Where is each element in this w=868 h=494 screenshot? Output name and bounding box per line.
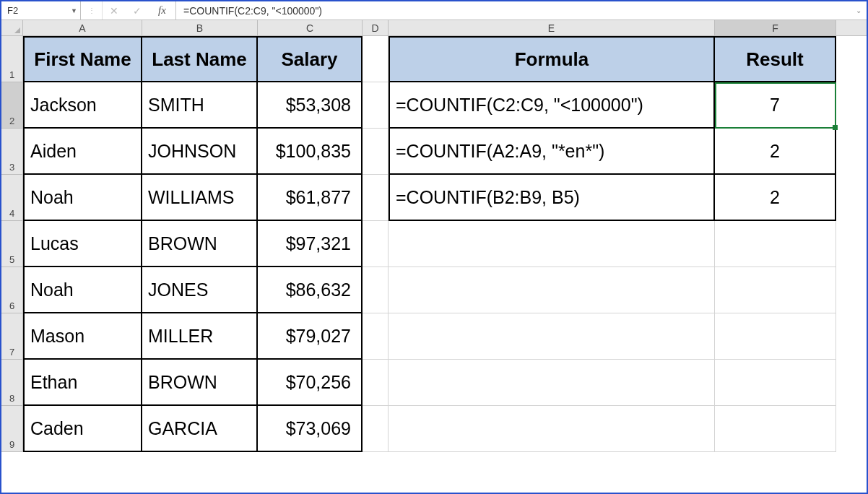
formula-bar: F2 ▼ ⋮ ✕ ✓ fx =COUNTIF(C2:C9, "<100000")… [1,1,867,20]
cell-D4[interactable] [363,175,389,221]
cell-D7[interactable] [363,313,389,360]
row-6: 6 Noah JONES $86,632 [1,267,867,313]
cell-D9[interactable] [363,406,389,452]
column-headers: A B C D E F [1,20,867,36]
name-box-value: F2 [7,5,18,16]
cell-A8[interactable]: Ethan [23,360,142,406]
cell-C2[interactable]: $53,308 [258,82,363,129]
formula-input[interactable]: =COUNTIF(C2:C9, "<100000") [176,1,851,20]
cell-A5[interactable]: Lucas [23,221,142,267]
formula-text: =COUNTIF(C2:C9, "<100000") [183,5,322,17]
cancel-button[interactable]: ✕ [103,1,126,20]
cell-B2[interactable]: SMITH [142,82,258,129]
fx-icon: fx [158,4,166,17]
row-2: 2 Jackson SMITH $53,308 =COUNTIF(C2:C9, … [1,82,867,129]
cell-C4[interactable]: $61,877 [258,175,363,221]
row-4: 4 Noah WILLIAMS $61,877 =COUNTIF(B2:B9, … [1,175,867,221]
row-header-1[interactable]: 1 [1,36,23,82]
column-header-E[interactable]: E [389,20,715,35]
cell-F5[interactable] [715,221,836,267]
cell-A4[interactable]: Noah [23,175,142,221]
cell-A7[interactable]: Mason [23,313,142,360]
cell-C9[interactable]: $73,069 [258,406,363,452]
cell-F9[interactable] [715,406,836,452]
cell-B3[interactable]: JOHNSON [142,129,258,175]
cell-E7[interactable] [389,313,715,360]
cell-C3[interactable]: $100,835 [258,129,363,175]
name-box-dropdown-icon[interactable]: ▼ [71,7,77,14]
cell-A3[interactable]: Aiden [23,129,142,175]
column-header-C[interactable]: C [258,20,363,35]
cell-C5[interactable]: $97,321 [258,221,363,267]
insert-function-button[interactable]: fx [149,1,176,20]
cell-B8[interactable]: BROWN [142,360,258,406]
cell-F8[interactable] [715,360,836,406]
cell-D6[interactable] [363,267,389,313]
cell-B7[interactable]: MILLER [142,313,258,360]
row-header-6[interactable]: 6 [1,267,23,313]
cell-A6[interactable]: Noah [23,267,142,313]
cell-F6[interactable] [715,267,836,313]
row-3: 3 Aiden JOHNSON $100,835 =COUNTIF(A2:A9,… [1,129,867,175]
formula-bar-expand-icon[interactable]: ⌄ [851,1,867,20]
column-header-B[interactable]: B [142,20,258,35]
cell-E6[interactable] [389,267,715,313]
cell-F4[interactable]: 2 [715,175,836,221]
cell-B4[interactable]: WILLIAMS [142,175,258,221]
cell-D8[interactable] [363,360,389,406]
row-header-5[interactable]: 5 [1,221,23,267]
enter-button[interactable]: ✓ [126,1,149,20]
select-all-corner[interactable] [1,20,23,35]
row-header-3[interactable]: 3 [1,129,23,175]
check-icon: ✓ [133,5,142,17]
cell-D1[interactable] [363,36,389,82]
header-salary[interactable]: Salary [258,36,363,82]
row-header-2[interactable]: 2 [1,82,23,129]
header-first-name[interactable]: First Name [23,36,142,82]
cell-E4[interactable]: =COUNTIF(B2:B9, B5) [389,175,715,221]
row-5: 5 Lucas BROWN $97,321 [1,221,867,267]
row-1: 1 First Name Last Name Salary Formula Re… [1,36,867,82]
column-header-F[interactable]: F [715,20,836,35]
column-header-A[interactable]: A [23,20,142,35]
cell-C7[interactable]: $79,027 [258,313,363,360]
cell-E9[interactable] [389,406,715,452]
cell-F2[interactable]: 7 [715,82,836,129]
cell-D2[interactable] [363,82,389,129]
row-8: 8 Ethan BROWN $70,256 [1,360,867,406]
cell-A2[interactable]: Jackson [23,82,142,129]
cell-F7[interactable] [715,313,836,360]
cell-E5[interactable] [389,221,715,267]
cell-E2[interactable]: =COUNTIF(C2:C9, "<100000") [389,82,715,129]
cell-D5[interactable] [363,221,389,267]
spreadsheet-grid: A B C D E F 1 First Name Last Name Salar… [1,20,867,452]
cell-C8[interactable]: $70,256 [258,360,363,406]
cell-F3[interactable]: 2 [715,129,836,175]
row-header-8[interactable]: 8 [1,360,23,406]
row-header-7[interactable]: 7 [1,313,23,360]
cell-B5[interactable]: BROWN [142,221,258,267]
header-formula[interactable]: Formula [389,36,715,82]
cell-A9[interactable]: Caden [23,406,142,452]
column-header-D[interactable]: D [363,20,389,35]
cell-C6[interactable]: $86,632 [258,267,363,313]
header-result[interactable]: Result [715,36,836,82]
grid-rows: 1 First Name Last Name Salary Formula Re… [1,36,867,452]
x-icon: ✕ [110,5,118,17]
cell-E3[interactable]: =COUNTIF(A2:A9, "*en*") [389,129,715,175]
row-7: 7 Mason MILLER $79,027 [1,313,867,360]
header-last-name[interactable]: Last Name [142,36,258,82]
cell-B9[interactable]: GARCIA [142,406,258,452]
cell-B6[interactable]: JONES [142,267,258,313]
row-header-9[interactable]: 9 [1,406,23,452]
cell-E8[interactable] [389,360,715,406]
cell-D3[interactable] [363,129,389,175]
name-box[interactable]: F2 ▼ [1,1,81,20]
row-9: 9 Caden GARCIA $73,069 [1,406,867,452]
formula-bar-spacer: ⋮ [81,1,103,20]
row-header-4[interactable]: 4 [1,175,23,221]
